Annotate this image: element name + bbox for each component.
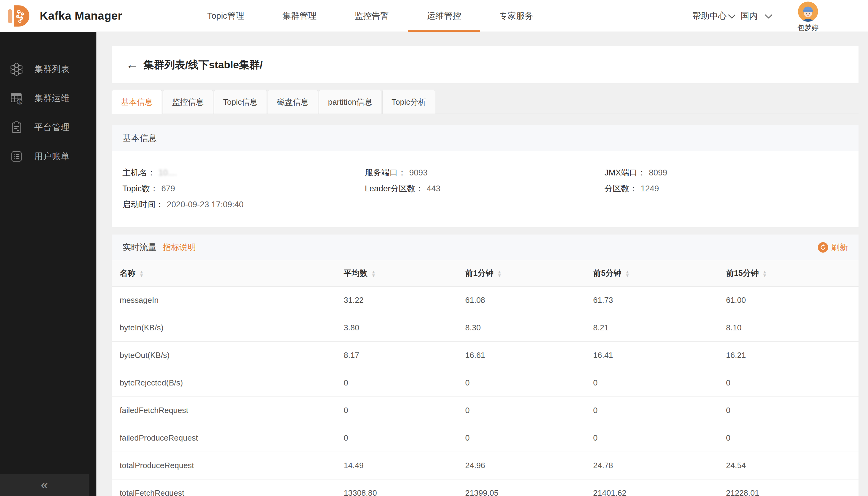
main-content: ← 集群列表/线下stable集群/ 基本信息 监控信息 Topic信息 磁盘信… [96,32,868,496]
cluster-list-icon [10,62,23,76]
column-header-average[interactable]: 平均数▲▼ [344,260,465,286]
platform-mgmt-icon [10,121,23,134]
metric-docs-link[interactable]: 指标说明 [163,242,196,253]
refresh-button[interactable]: 刷新 [818,242,848,253]
sort-icons[interactable]: ▲▼ [762,270,767,277]
field-jmx-port: JMX端口：8099 [604,167,667,178]
help-center-menu[interactable]: 帮助中心 [692,0,736,32]
tab-disk-info[interactable]: 磁盘信息 [268,90,318,114]
table-header-row: 名称▲▼ 平均数▲▼ 前1分钟▲▼ 前5分钟▲▼ 前15分钟▲▼ [112,260,858,286]
app-logo-icon [6,2,33,29]
metric-name: totalProduceRequest [112,452,344,479]
section-title-basic-info: 基本信息 [112,125,858,151]
sort-desc-icon: ▼ [139,274,144,277]
sort-icons[interactable]: ▲▼ [371,270,376,277]
refresh-icon [818,242,828,252]
breadcrumb-bar: ← 集群列表/线下stable集群/ [112,46,858,83]
table-row: totalFetchRequest13308.8021399.0521401.6… [112,479,858,496]
tab-topic-info[interactable]: Topic信息 [214,90,267,114]
breadcrumb: 集群列表/线下stable集群/ [144,46,263,83]
sort-icons[interactable]: ▲▼ [139,270,144,277]
app-title: Kafka Manager [40,0,123,32]
collapse-sidebar-button[interactable]: « [0,474,89,496]
table-row: failedProduceRequest0000 [112,424,858,452]
back-button[interactable]: ← [126,46,139,83]
field-service-port: 服务端口：9093 [365,167,428,178]
tab-monitor-info[interactable]: 监控信息 [163,90,213,114]
sort-desc-icon: ▼ [371,274,376,277]
sort-desc-icon: ▼ [497,274,502,277]
user-bill-icon [10,150,23,163]
sidebar-item-platform-mgmt[interactable]: 平台管理 [0,113,96,142]
table-row: failedFetchRequest0000 [112,397,858,424]
field-hostname: 主机名：10.... [123,167,177,178]
sort-icons[interactable]: ▲▼ [497,270,502,277]
sort-desc-icon: ▼ [762,274,767,277]
sort-icons[interactable]: ▲▼ [625,270,630,277]
sort-desc-icon: ▼ [625,274,630,277]
metric-name: failedFetchRequest [112,397,344,424]
chevron-down-icon [728,14,736,19]
table-row: byteOut(KB/s)8.1716.6116.4116.21 [112,341,858,369]
realtime-flow-table: 名称▲▼ 平均数▲▼ 前1分钟▲▼ 前5分钟▲▼ 前15分钟▲▼ message… [112,260,858,496]
metric-name: failedProduceRequest [112,424,344,452]
metric-name: messageIn [112,286,344,314]
field-partition-count: 分区数：1249 [604,183,659,194]
svg-text:$: $ [18,99,21,104]
nav-item-monitor-alert[interactable]: 监控告警 [335,0,408,32]
table-row: byteIn(KB/s)3.808.308.218.10 [112,314,858,341]
table-row: totalProduceRequest14.4924.9624.7824.54 [112,452,858,479]
nav-item-ops-control[interactable]: 运维管控 [408,0,480,32]
section-title-realtime-flow: 实时流量 [123,242,157,253]
sidebar-item-user-bill[interactable]: 用户账单 [0,142,96,171]
table-row: byteRejected(B/s)0000 [112,369,858,397]
sidebar-item-cluster-ops[interactable]: $ 集群运维 [0,83,96,113]
nav-item-cluster-management[interactable]: 集群管理 [263,0,335,32]
sidebar: 集群列表 $ 集群运维 平台管理 [0,32,96,496]
detail-tabs: 基本信息 监控信息 Topic信息 磁盘信息 partition信息 Topic… [112,90,858,114]
metric-name: byteIn(KB/s) [112,314,344,341]
column-header-last-15min[interactable]: 前15分钟▲▼ [726,260,858,286]
column-header-last-1min[interactable]: 前1分钟▲▼ [465,260,593,286]
main-nav: Topic管理 集群管理 监控告警 运维管控 专家服务 [188,0,552,32]
field-start-time: 启动时间：2020-09-23 17:09:40 [123,199,243,210]
kafka-manager-app: Kafka Manager Topic管理 集群管理 监控告警 运维管控 专家服… [0,0,868,496]
column-header-last-5min[interactable]: 前5分钟▲▼ [593,260,726,286]
chevron-down-icon [764,14,773,19]
cluster-ops-icon: $ [10,92,23,105]
tab-topic-analysis[interactable]: Topic分析 [382,90,435,114]
tab-partition-info[interactable]: partition信息 [319,90,382,114]
column-header-name[interactable]: 名称▲▼ [112,260,344,286]
metric-name: byteRejected(B/s) [112,369,344,397]
field-leader-partition-count: Leader分区数：443 [365,183,440,194]
field-topic-count: Topic数：679 [123,183,175,194]
table-row: messageIn31.2261.0861.7361.00 [112,286,858,314]
nav-item-topic-management[interactable]: Topic管理 [188,0,263,32]
metric-name: totalFetchRequest [112,479,344,496]
basic-info-section: 基本信息 主机名：10.... 服务端口：9093 JMX端口：8099 Top… [112,125,858,227]
user-menu[interactable]: 包梦婷 [791,1,825,32]
region-selector[interactable]: 国内 [741,0,773,32]
top-bar: Kafka Manager Topic管理 集群管理 监控告警 运维管控 专家服… [0,0,868,32]
metric-name: byteOut(KB/s) [112,341,344,369]
sidebar-item-cluster-list[interactable]: 集群列表 [0,55,96,83]
realtime-flow-section: 实时流量 指标说明 刷新 名称▲▼ 平均数▲▼ 前1分钟▲▼ 前5分钟▲▼ [112,234,858,496]
username: 包梦婷 [791,23,825,32]
avatar [798,1,818,22]
tab-basic-info[interactable]: 基本信息 [112,90,162,114]
nav-item-expert-service[interactable]: 专家服务 [480,0,552,32]
